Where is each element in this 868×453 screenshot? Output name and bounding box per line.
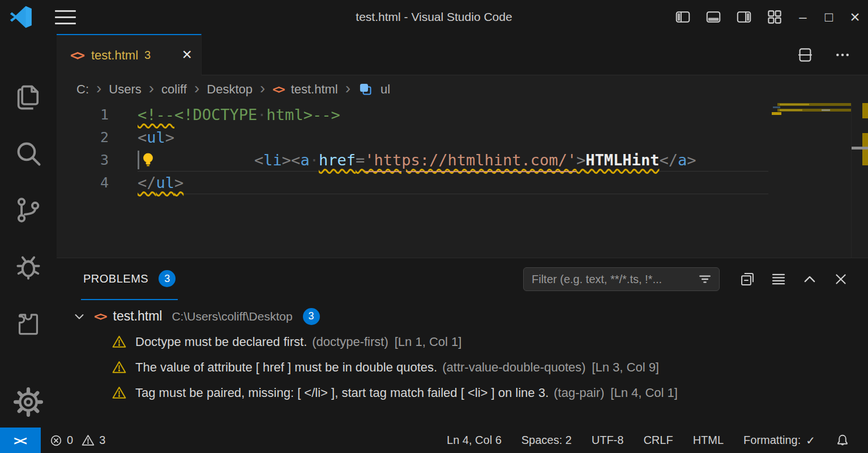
problems-filter-input[interactable] [531,272,698,287]
code-editor[interactable]: 1 <!--<!DOCTYPE·html>--> 2 <ul> 3 [57,103,868,258]
warning-icon [112,385,127,400]
code-token: > [687,151,696,169]
customize-layout-icon[interactable] [759,0,790,34]
toggle-secondary-sidebar-icon[interactable] [729,0,759,34]
whitespace-dot: · [310,151,319,169]
code-token: a [678,151,687,169]
window-close-button[interactable]: × [842,0,868,34]
window-maximize-button[interactable]: □ [816,0,842,34]
breadcrumb-drive[interactable]: C: [76,82,89,97]
problem-rule: (attr-value-double-quotes) [442,360,585,375]
check-icon: ✓ [806,434,815,447]
code-token: >< [282,151,301,169]
code-token: = [356,151,365,169]
problem-row[interactable]: Tag must be paired, missing: [ </li> ], … [57,380,868,405]
problems-tab-label: PROBLEMS [83,272,148,285]
tab-test-html[interactable]: <> test.html 3 × [57,34,202,75]
html-file-icon: <> [94,309,106,323]
search-icon[interactable] [13,138,44,169]
code-token: ul [156,174,175,191]
code-token: HTMLHint [585,151,659,169]
error-count: 0 [67,434,73,447]
close-panel-icon[interactable] [833,271,849,287]
code-token: < [254,151,263,169]
activity-bar [0,34,57,428]
editor-column: <> test.html 3 × C: › [57,34,868,428]
breadcrumb-folder[interactable]: Users [109,82,141,97]
window-minimize-button[interactable]: – [790,0,816,34]
tab-problem-count: 3 [144,49,151,62]
problem-message: Tag must be paired, missing: [ </li> ], … [135,386,549,400]
line-number: 1 [57,106,109,123]
code-token: li [263,151,282,169]
view-as-table-icon[interactable] [771,271,786,287]
split-editor-icon[interactable] [797,46,814,63]
more-actions-icon[interactable] [834,46,851,63]
text-cursor [138,151,139,169]
maximize-panel-chevron-up-icon[interactable] [802,271,818,287]
tab-close-icon[interactable]: × [182,46,192,63]
toggle-primary-sidebar-icon[interactable] [668,0,698,34]
code-token: </ [138,174,156,191]
code-token: > [576,151,585,169]
code-token: </ [659,151,678,169]
line-number: 3 [57,152,109,168]
encoding-status[interactable]: UTF-8 [592,434,624,447]
problem-rule: (tag-pair) [554,386,604,400]
chevron-right-icon: › [345,80,350,96]
problem-location: [Ln 4, Col 1] [610,386,678,400]
problems-file-name: test.html [113,309,163,324]
problems-file-badge: 3 [303,308,320,325]
code-token: href [319,151,356,169]
line-number: 2 [57,129,109,146]
problems-panel: PROBLEMS 3 [57,258,868,428]
breadcrumb-folder[interactable]: coliff [161,82,187,97]
chevron-right-icon: › [96,80,101,96]
error-icon [49,434,63,447]
language-mode-status[interactable]: HTML [693,434,724,447]
code-line-4: 4 </ul> [57,171,868,194]
problem-rule: (doctype-first) [312,335,388,349]
breadcrumb-symbol[interactable]: ul [380,82,390,97]
remote-indicator[interactable]: >< [0,428,41,453]
warning-icon [81,433,95,447]
toggle-panel-icon[interactable] [698,0,729,34]
source-control-icon[interactable] [13,195,44,225]
code-token: > [174,174,183,191]
breadcrumb: C: › Users › coliff › Desktop › <> test.… [57,75,868,103]
explorer-icon[interactable] [13,82,44,112]
notifications-bell-icon[interactable] [835,433,850,448]
problem-row[interactable]: The value of attribute [ href ] must be … [57,354,868,380]
problems-count-badge: 3 [159,270,176,287]
settings-gear-icon[interactable] [13,387,44,417]
status-bar: >< 0 3 Ln 4, Col 6 Spaces: 2 UTF-8 CRLF … [0,428,868,453]
formatting-status[interactable]: Formatting: ✓ [743,434,815,447]
code-token-link[interactable]: 'https://htmlhint.com/' [365,151,576,169]
problems-file-row[interactable]: <> test.html C:\Users\coliff\Desktop 3 [57,304,868,329]
problems-filter-box[interactable] [523,267,720,291]
problems-file-path: C:\Users\coliff\Desktop [172,310,292,323]
formatting-label: Formatting: [743,434,801,447]
menu-hamburger-icon[interactable] [55,10,76,24]
collapse-all-icon[interactable] [739,271,755,287]
tab-bar: <> test.html 3 × [57,34,868,75]
breadcrumb-folder[interactable]: Desktop [207,82,253,97]
html-file-icon: <> [272,83,283,96]
problem-message: Doctype must be declared first. [135,335,307,349]
run-debug-icon[interactable] [13,251,44,282]
code-line-3: 3 <li><a·href='https://htmlhint.com/'>HT… [57,148,868,171]
problems-tree: <> test.html C:\Users\coliff\Desktop 3 D… [57,300,868,405]
chevron-right-icon: › [194,80,199,96]
extensions-icon[interactable] [13,308,44,339]
breadcrumb-file[interactable]: test.html [291,82,338,97]
problems-status-item[interactable]: 0 3 [49,433,109,447]
problem-message: The value of attribute [ href ] must be … [135,360,437,375]
title-bar: test.html - Visual Studio Code [0,0,868,34]
problem-row[interactable]: Doctype must be declared first. (doctype… [57,329,868,354]
code-token: a [300,151,309,169]
eol-status[interactable]: CRLF [643,434,673,447]
chevron-down-icon[interactable] [72,310,86,323]
cursor-position-status[interactable]: Ln 4, Col 6 [447,434,502,447]
indentation-status[interactable]: Spaces: 2 [521,434,572,447]
tab-problems[interactable]: PROBLEMS 3 [81,258,178,300]
